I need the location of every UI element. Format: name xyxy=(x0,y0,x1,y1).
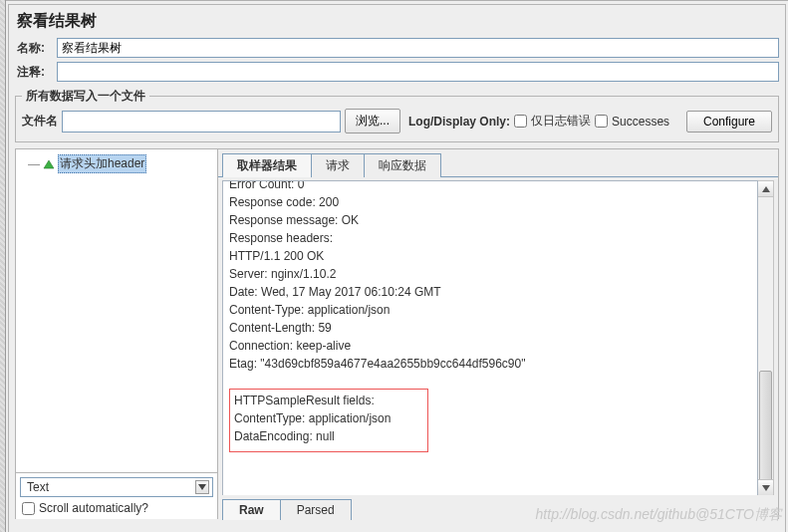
scroll-auto-label: Scroll automatically? xyxy=(39,501,148,515)
response-line: Etag: "43d69cbf859a4677e4aa2655bb9cc644d… xyxy=(229,355,751,373)
name-label: 名称: xyxy=(17,40,57,57)
sample-ok-icon xyxy=(42,158,56,170)
tab-request[interactable]: 请求 xyxy=(311,153,365,177)
response-line: Response code: 200 xyxy=(229,193,751,211)
svg-marker-2 xyxy=(762,186,770,192)
tree-toggle-icon: — xyxy=(28,157,40,171)
response-line: Connection: keep-alive xyxy=(229,337,751,355)
successes-checkbox[interactable] xyxy=(595,115,608,128)
scroll-auto-checkbox[interactable] xyxy=(22,502,35,515)
response-line: Content-Type: application/json xyxy=(229,301,751,319)
subtab-parsed[interactable]: Parsed xyxy=(280,499,352,520)
vertical-scrollbar[interactable] xyxy=(758,180,774,495)
file-group: 所有数据写入一个文件 文件名 浏览... Log/Display Only: 仅… xyxy=(15,88,779,142)
renderer-combo[interactable]: Text xyxy=(20,477,213,497)
response-line: Error Count: 0 xyxy=(229,180,751,193)
filename-label: 文件名 xyxy=(22,113,58,130)
response-line: Content-Length: 59 xyxy=(229,319,751,337)
subtab-raw[interactable]: Raw xyxy=(222,499,281,520)
tree-item-label: 请求头加header xyxy=(58,154,146,173)
name-input[interactable] xyxy=(57,38,779,58)
response-line: Date: Wed, 17 May 2017 06:10:24 GMT xyxy=(229,283,751,301)
response-line: HTTPSampleResult fields: xyxy=(234,392,423,409)
file-group-legend: 所有数据写入一个文件 xyxy=(22,88,149,105)
response-line: ContentType: application/json xyxy=(234,409,423,427)
logdisplay-label: Log/Display Only: xyxy=(408,115,510,129)
successes-label: Successes xyxy=(612,115,669,129)
results-tree[interactable]: — 请求头加header xyxy=(16,149,217,472)
response-line: DataEncoding: null xyxy=(234,427,423,445)
errors-only-label: 仅日志错误 xyxy=(531,113,591,130)
tree-item[interactable]: — 请求头加header xyxy=(18,153,215,174)
sub-tabs: Raw Parsed xyxy=(218,495,778,519)
highlight-box: HTTPSampleResult fields: ContentType: ap… xyxy=(229,389,428,452)
panel-title: 察看结果树 xyxy=(9,5,785,36)
comment-label: 注释: xyxy=(17,64,57,81)
scroll-up-icon[interactable] xyxy=(758,181,773,197)
scroll-down-icon[interactable] xyxy=(758,479,773,495)
tab-sampler-result[interactable]: 取样器结果 xyxy=(222,153,312,177)
tab-response-data[interactable]: 响应数据 xyxy=(364,153,441,177)
errors-only-checkbox[interactable] xyxy=(514,115,527,128)
response-line: HTTP/1.1 200 OK xyxy=(229,247,751,265)
response-text[interactable]: Error Count: 0 Response code: 200 Respon… xyxy=(222,180,758,495)
renderer-value: Text xyxy=(27,480,49,494)
response-line: Response message: OK xyxy=(229,211,751,229)
response-line: Response headers: xyxy=(229,229,751,247)
browse-button[interactable]: 浏览... xyxy=(345,109,400,133)
scroll-thumb[interactable] xyxy=(759,371,772,490)
configure-button[interactable]: Configure xyxy=(686,111,772,133)
filename-input[interactable] xyxy=(62,111,341,133)
result-tabs: 取样器结果 请求 响应数据 xyxy=(218,149,778,177)
svg-marker-1 xyxy=(198,484,206,490)
chevron-down-icon xyxy=(195,480,209,494)
svg-marker-3 xyxy=(762,485,770,491)
response-line: Server: nginx/1.10.2 xyxy=(229,265,751,283)
comment-input[interactable] xyxy=(57,62,779,82)
svg-marker-0 xyxy=(44,160,54,168)
